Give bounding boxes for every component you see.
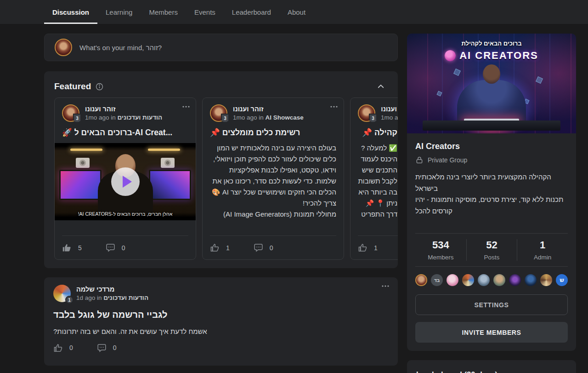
info-icon[interactable] <box>96 83 103 91</box>
video-caption: אהלן חברים, ברוכים הבאים ל-AI CREATORS! <box>55 211 196 217</box>
featured-post-card-welcome[interactable]: 3 זוהר וענונו 1mo ago in הודעות ועדכונים… <box>54 98 196 260</box>
tab-members[interactable]: Members <box>141 0 186 24</box>
body-line: ✅ למעלה ? <box>358 143 397 154</box>
settings-button[interactable]: SETTINGS <box>415 294 568 315</box>
featured-title: Featured <box>54 81 91 92</box>
community-tab-bar: Discussion Learning Members Events Leade… <box>0 0 588 24</box>
studio-light <box>148 149 180 151</box>
member-avatar[interactable] <box>478 274 490 286</box>
post-time: 1mo ago in <box>85 114 116 121</box>
member-avatar[interactable] <box>525 274 537 286</box>
author-avatar[interactable]: 1 <box>53 285 71 302</box>
member-avatar[interactable] <box>415 274 427 286</box>
video-thumbnail[interactable]: אהלן חברים, ברוכים הבאים ל-AI CREATORS! <box>55 143 196 220</box>
stat-posts: 52 Posts <box>466 239 517 261</box>
post-menu-dots-icon[interactable] <box>381 285 390 287</box>
tab-events[interactable]: Events <box>186 0 224 24</box>
member-avatar[interactable]: בד <box>431 274 443 286</box>
comment-button[interactable]: 0 <box>106 243 144 252</box>
featured-post-card-tools[interactable]: 3 זוהר וענונו 1mo ago in AI Showcase 📌 ר… <box>202 98 344 260</box>
members-avatar-row: בד ש <box>415 267 568 287</box>
banner-welcome-text: ברוכים הבאים לקהילת <box>407 40 576 47</box>
author-name[interactable]: זוהר וענונו <box>233 105 304 113</box>
post-time: 1d ago in <box>76 294 102 301</box>
leaderboard-title: Leaderboard (30-days) <box>416 370 567 373</box>
comment-count: 0 <box>270 244 273 252</box>
post-category[interactable]: AI Showcase <box>266 114 304 121</box>
post-title[interactable]: לגביי הרשמה של גוגל בלבד <box>53 310 389 320</box>
like-button[interactable]: 1 <box>358 243 396 252</box>
tab-leaderboard[interactable]: Leaderboard <box>224 0 279 24</box>
member-avatar[interactable] <box>509 274 521 286</box>
group-banner-image[interactable]: ברוכים הבאים לקהילת AI CREATORS <box>407 34 576 133</box>
like-button[interactable]: 0 <box>53 343 91 353</box>
member-avatar[interactable] <box>447 274 458 286</box>
post-category[interactable]: הודעות ועדכונים <box>103 294 148 301</box>
post-body: בעולם היצירה עם בינה מלאכותית יש המון כל… <box>210 143 336 220</box>
collapse-featured-chevron-up-icon[interactable] <box>377 82 385 91</box>
author-name[interactable]: זוהר וענונו <box>85 105 162 113</box>
featured-cards-row: 3 זוהר וענונו 1mo ago in הודעות ועדכונים… <box>44 98 398 260</box>
like-button[interactable]: 1 <box>210 243 248 252</box>
monitor-right <box>149 170 191 200</box>
author-avatar[interactable]: 3 <box>358 104 375 122</box>
composer-prompt: What's on your mind, זוהר? <box>79 44 162 52</box>
stat-admins: 1 Admin <box>517 239 568 261</box>
tab-about[interactable]: About <box>279 0 314 24</box>
like-count: 5 <box>78 244 82 252</box>
member-avatar[interactable] <box>493 274 505 286</box>
author-name[interactable]: זוהר וענונו <box>381 105 398 113</box>
member-avatar[interactable] <box>462 274 474 286</box>
post-title[interactable]: קהילה 📌 <box>358 128 397 138</box>
post-menu-dots-icon[interactable] <box>330 105 338 108</box>
tab-learning[interactable]: Learning <box>97 0 141 24</box>
studio-light <box>70 149 102 151</box>
banner-desk <box>423 121 560 131</box>
post-title[interactable]: 📌 רשימת כלים מומלצים <box>210 128 336 138</box>
body-line: לקבל תשובות <box>358 176 397 187</box>
post-time: 1mo ago in <box>381 114 398 121</box>
featured-section: Featured 3 <box>44 71 398 268</box>
group-description: הקהילה המקצועית ביותר ליוצרי בינה מלאכות… <box>415 172 568 217</box>
author-avatar[interactable]: 3 <box>62 104 79 122</box>
lock-icon <box>415 156 424 164</box>
level-badge: 3 <box>221 114 229 123</box>
feed-post-card[interactable]: 1 מרדכי שלמה 1d ago in הודעות ועדכונים ל… <box>44 277 398 366</box>
comment-button[interactable]: 0 <box>254 243 292 252</box>
group-stats: 534 Members 52 Posts 1 Admin <box>415 233 568 267</box>
like-count: 0 <box>69 344 73 351</box>
banner-logo-text: AI CREATORS <box>459 50 538 62</box>
like-count: 1 <box>374 244 378 252</box>
monitor-left <box>59 170 102 200</box>
comment-button[interactable]: 0 <box>97 343 135 353</box>
featured-post-card-community[interactable]: 3 זוהר וענונו 1mo ago in קהילה 📌 ✅ למעלה… <box>350 98 398 260</box>
tab-discussion[interactable]: Discussion <box>44 0 97 24</box>
level-badge: 3 <box>369 114 377 123</box>
post-menu-dots-icon[interactable] <box>182 105 190 108</box>
member-avatar[interactable] <box>540 274 552 286</box>
group-about-card: ברוכים הבאים לקהילת AI CREATORS AI Creat… <box>407 34 576 351</box>
level-badge: 3 <box>73 114 81 123</box>
comment-count: 0 <box>113 344 117 351</box>
like-button[interactable]: 5 <box>62 243 100 252</box>
post-title[interactable]: 🚀 ברוכים הבאים ל-AI Creat... <box>62 128 188 138</box>
stat-label: Members <box>415 254 466 261</box>
post-composer[interactable]: What's on your mind, זוהר? <box>44 34 398 61</box>
post-category[interactable]: הודעות ועדכונים <box>118 114 163 121</box>
banner-figure <box>457 80 526 121</box>
body-line: בה ביותר היא <box>358 187 397 198</box>
stat-value: 1 <box>517 239 568 251</box>
like-count: 1 <box>226 244 230 252</box>
comment-count: 0 <box>122 244 125 252</box>
post-time: 1mo ago in <box>233 114 264 121</box>
leaderboard-card: Leaderboard (30-days) <box>407 360 576 373</box>
stat-members: 534 Members <box>415 239 466 261</box>
author-avatar[interactable]: 3 <box>210 104 227 122</box>
play-button[interactable] <box>111 167 140 196</box>
member-avatar[interactable]: ש <box>556 274 568 286</box>
invite-members-button[interactable]: INVITE MEMBERS <box>415 322 568 343</box>
body-line: ניתן 📍 📌 <box>358 198 397 209</box>
stat-value: 534 <box>415 239 466 251</box>
stat-label: Posts <box>467 254 517 261</box>
author-name[interactable]: מרדכי שלמה <box>76 286 148 293</box>
